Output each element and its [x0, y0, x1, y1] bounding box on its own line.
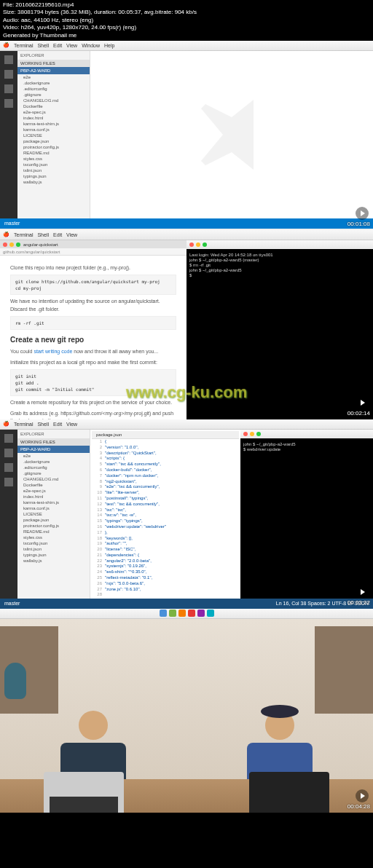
apple-icon[interactable]: 🍎: [3, 232, 9, 237]
code-line: 18 "keywords": [],: [92, 536, 239, 542]
file-item[interactable]: CHANGELOG.md: [17, 98, 90, 103]
file-item[interactable]: .gitignore: [17, 92, 90, 98]
file-item[interactable]: e2e: [17, 74, 90, 80]
file-item[interactable]: index.html: [17, 494, 90, 500]
file-item[interactable]: typings.json: [17, 552, 90, 558]
browser-tab[interactable]: angular-quickstart: [23, 242, 58, 247]
file-item[interactable]: karma-test-shim.js: [17, 121, 90, 127]
git-branch[interactable]: master: [4, 221, 20, 226]
files-icon[interactable]: [4, 434, 13, 443]
link-start-writing[interactable]: start writing code: [34, 349, 72, 354]
file-item[interactable]: .dockerignore: [17, 80, 90, 86]
menu-edit[interactable]: Edit: [53, 43, 62, 48]
menu-window[interactable]: Window: [82, 43, 100, 48]
minimize-icon[interactable]: [250, 432, 254, 436]
file-item[interactable]: tslint.json: [17, 167, 90, 173]
minimize-icon[interactable]: [9, 242, 14, 247]
file-item[interactable]: protractor.config.js: [17, 144, 90, 150]
menu-edit[interactable]: Edit: [53, 232, 62, 237]
apple-icon[interactable]: 🍎: [3, 421, 9, 427]
git-branch[interactable]: master: [4, 601, 20, 606]
editor-tab[interactable]: package.json: [92, 431, 239, 439]
project-section[interactable]: PBP-A2-WARD: [17, 67, 90, 74]
code-line: 9 "e2e": "tsc && concurrently",: [92, 484, 239, 490]
code-editor[interactable]: package.json 1{2 "version": "1.0.0",3 "d…: [90, 430, 240, 599]
file-item[interactable]: CHANGELOG.md: [17, 476, 90, 482]
file-item[interactable]: LICENSE: [17, 133, 90, 138]
play-button[interactable]: [356, 585, 369, 599]
project-section[interactable]: PBP-A2-WARD: [17, 446, 90, 453]
menu-shell[interactable]: Shell: [37, 422, 49, 427]
file-item[interactable]: README.md: [17, 150, 90, 156]
search-icon[interactable]: [4, 449, 13, 457]
files-icon[interactable]: [4, 55, 13, 64]
close-icon[interactable]: [243, 432, 248, 436]
menu-view[interactable]: View: [66, 422, 77, 427]
menu-terminal[interactable]: Terminal: [14, 422, 33, 427]
terminal-window-2[interactable]: john $ ~/_git/pbp-a2-ward5 $ webdriver:u…: [240, 438, 373, 599]
file-item[interactable]: index.html: [17, 115, 90, 121]
file-item[interactable]: README.md: [17, 529, 90, 534]
file-item[interactable]: karma-test-shim.js: [17, 500, 90, 505]
file-item[interactable]: Dockerfile: [17, 103, 90, 109]
file-item[interactable]: e2e: [17, 453, 90, 459]
file-item[interactable]: .dockerignore: [17, 459, 90, 465]
file-item[interactable]: styles.css: [17, 534, 90, 540]
play-button[interactable]: [356, 207, 369, 220]
file-item[interactable]: protractor.config.js: [17, 523, 90, 529]
file-item[interactable]: Dockerfile: [17, 482, 90, 488]
file-item[interactable]: tsconfig.json: [17, 162, 90, 167]
file-item[interactable]: package.json: [17, 517, 90, 523]
vscode-window: EXPLORER WORKING FILES PBP-A2-WARD e2e.d…: [0, 51, 373, 218]
dock-icon[interactable]: [207, 609, 214, 617]
address-bar[interactable]: github.com/angular/quickstart: [0, 248, 186, 256]
dock-icon[interactable]: [169, 609, 176, 617]
working-files-section[interactable]: WORKING FILES: [17, 438, 90, 446]
apple-icon[interactable]: 🍎: [3, 42, 9, 48]
play-button[interactable]: [356, 789, 369, 802]
git-icon[interactable]: [4, 84, 13, 93]
close-icon[interactable]: [189, 242, 194, 247]
menu-edit[interactable]: Edit: [53, 422, 62, 427]
dock-icon[interactable]: [197, 609, 205, 617]
file-item[interactable]: .editorconfig: [17, 465, 90, 470]
file-item[interactable]: wallaby.js: [17, 179, 90, 185]
menu-terminal[interactable]: Terminal: [14, 43, 33, 48]
file-item[interactable]: .gitignore: [17, 470, 90, 476]
menu-shell[interactable]: Shell: [37, 43, 49, 48]
file-item[interactable]: typings.json: [17, 173, 90, 179]
file-item[interactable]: package.json: [17, 138, 90, 144]
menu-terminal[interactable]: Terminal: [14, 232, 33, 237]
close-icon[interactable]: [3, 242, 7, 247]
file-item[interactable]: e2e-spec.js: [17, 109, 90, 115]
dock-icon[interactable]: [178, 609, 186, 617]
maximize-icon[interactable]: [203, 242, 207, 247]
play-button[interactable]: [356, 396, 369, 409]
editor-area[interactable]: [90, 51, 373, 218]
debug-icon[interactable]: [4, 478, 13, 486]
menu-help[interactable]: Help: [104, 43, 114, 48]
terminal-window[interactable]: Last login: Wed Apr 20 14:52:18 on ttys0…: [186, 249, 373, 419]
git-icon[interactable]: [4, 463, 13, 472]
menu-view[interactable]: View: [66, 43, 77, 48]
file-item[interactable]: wallaby.js: [17, 558, 90, 564]
file-item[interactable]: LICENSE: [17, 511, 90, 517]
maximize-icon[interactable]: [16, 242, 20, 247]
working-files-section[interactable]: WORKING FILES: [17, 60, 90, 67]
dock-icon[interactable]: [160, 609, 167, 617]
file-item[interactable]: tsconfig.json: [17, 540, 90, 546]
file-item[interactable]: karma.conf.js: [17, 127, 90, 133]
file-item[interactable]: e2e-spec.js: [17, 488, 90, 494]
file-item[interactable]: tslint.json: [17, 546, 90, 552]
debug-icon[interactable]: [4, 99, 13, 108]
file-item[interactable]: styles.css: [17, 156, 90, 162]
maximize-icon[interactable]: [256, 432, 261, 436]
dock-icon[interactable]: [188, 609, 195, 617]
file-item[interactable]: .editorconfig: [17, 86, 90, 92]
menu-view[interactable]: View: [66, 232, 77, 237]
file-item[interactable]: karma.conf.js: [17, 505, 90, 511]
doc-p1: Clone this repo into new project folder …: [10, 264, 176, 272]
search-icon[interactable]: [4, 70, 13, 79]
menu-shell[interactable]: Shell: [37, 232, 49, 237]
minimize-icon[interactable]: [196, 242, 200, 247]
